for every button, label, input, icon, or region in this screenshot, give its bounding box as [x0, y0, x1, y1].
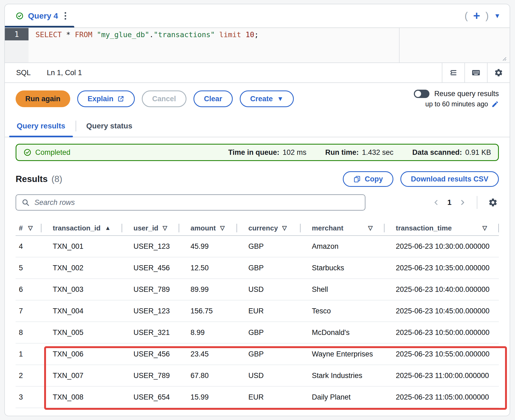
clear-button[interactable]: Clear [193, 90, 233, 107]
column-header-row-number[interactable]: #▽ [16, 221, 41, 235]
cell-merchant: Starbucks [301, 264, 385, 272]
explain-button[interactable]: Explain [77, 90, 135, 107]
results-title: Results [16, 174, 48, 184]
results-header: Results (8) Copy Download results CSV [16, 171, 499, 187]
tab-query-status[interactable]: Query status [79, 115, 140, 137]
table-row[interactable]: 4TXN_001USER_12345.99GBPAmazon2025-06-23… [16, 236, 499, 257]
results-table: #▽transaction_id▲user_id▽amount▽currency… [5, 221, 510, 408]
column-header-user_id[interactable]: user_id▽ [122, 221, 179, 235]
next-page-icon[interactable] [458, 198, 467, 207]
table-preferences-gear-icon[interactable] [487, 197, 499, 208]
column-header-currency[interactable]: currency▽ [237, 221, 301, 235]
column-label: currency [248, 224, 278, 232]
editor-settings-gear-icon[interactable] [487, 63, 510, 82]
cell-row-number: 3 [16, 393, 41, 401]
line-number: 1 [5, 28, 29, 40]
cell-amount: 89.99 [179, 285, 237, 294]
query-status-banner: Completed Time in queue:102 ms Run time:… [16, 144, 499, 161]
sql-token-keyword: FROM [75, 30, 92, 39]
sort-filter-icon[interactable]: ▽ [28, 225, 33, 232]
query-tab-label: Query 4 [28, 11, 58, 20]
table-row[interactable]: 7TXN_004USER_123156.75EURTesco2025-06-23… [16, 300, 499, 322]
sql-token-plain [241, 30, 245, 39]
keyboard-shortcuts-button[interactable] [464, 63, 487, 82]
cell-amount: 15.99 [179, 393, 237, 401]
cell-transaction_id: TXN_005 [41, 328, 122, 337]
column-header-amount[interactable]: amount▽ [179, 221, 237, 235]
column-header-transaction_id[interactable]: transaction_id▲ [41, 221, 122, 235]
cell-merchant: McDonald's [301, 328, 385, 337]
download-results-csv-button[interactable]: Download results CSV [400, 171, 499, 187]
sort-ascending-icon[interactable]: ▲ [105, 225, 111, 232]
current-page-number[interactable]: 1 [447, 198, 451, 207]
cell-amount: 23.45 [179, 350, 237, 358]
column-label: merchant [312, 224, 343, 232]
cell-amount: 8.99 [179, 328, 237, 337]
reuse-query-results-control: Reuse query results up to 60 minutes ago [414, 90, 499, 108]
cell-currency: USD [237, 285, 301, 294]
cell-user_id: USER_123 [122, 242, 179, 251]
table-row[interactable]: 5TXN_002USER_45612.50GBPStarbucks2025-06… [16, 257, 499, 279]
pagination: 1 [432, 196, 499, 209]
query-tab[interactable]: Query 4 [16, 11, 68, 21]
sort-filter-icon[interactable]: ▽ [163, 225, 167, 232]
cell-user_id: USER_321 [122, 328, 179, 337]
metric-data-scanned: Data scanned:0.91 KB [412, 148, 491, 157]
editor-language-label: SQL [16, 69, 31, 77]
table-header-row: #▽transaction_id▲user_id▽amount▽currency… [16, 221, 499, 236]
create-dropdown-button[interactable]: Create ▼ [240, 90, 294, 107]
new-tab-button[interactable]: + [472, 10, 482, 22]
cancel-button[interactable]: Cancel [142, 90, 187, 107]
editor-tab-bar: Query 4 ( + ) ▼ [5, 4, 510, 27]
sort-filter-icon[interactable]: ▽ [282, 225, 287, 232]
completed-check-icon [23, 148, 31, 156]
cell-row-number: 5 [16, 264, 41, 272]
tab-query-results[interactable]: Query results [9, 115, 73, 137]
sql-editor[interactable]: 1 SELECT * FROM "my_glue_db"."transactio… [5, 27, 510, 62]
sql-token-plain: ; [254, 30, 259, 39]
cell-transaction_id: TXN_001 [41, 242, 122, 251]
tab-list-dropdown-icon[interactable]: ▼ [494, 12, 500, 20]
edit-pencil-icon[interactable] [491, 100, 499, 108]
metric-run-time: Run time:1.432 sec [325, 148, 394, 157]
sort-filter-icon[interactable]: ▽ [368, 225, 373, 232]
format-query-button[interactable] [442, 63, 464, 82]
column-label: transaction_time [396, 224, 452, 232]
sql-token-plain [215, 30, 219, 39]
reuse-results-toggle[interactable] [414, 90, 429, 98]
cell-user_id: USER_654 [122, 393, 179, 401]
sql-code-line[interactable]: SELECT * FROM "my_glue_db"."transactions… [36, 29, 510, 40]
run-again-button[interactable]: Run again [16, 90, 70, 107]
tab-options-kebab-icon[interactable] [62, 11, 68, 21]
cell-user_id: USER_456 [122, 264, 179, 272]
search-rows-box[interactable] [16, 194, 365, 211]
cell-currency: USD [237, 372, 301, 380]
previous-page-icon[interactable] [432, 198, 441, 207]
column-label: user_id [133, 224, 158, 232]
editor-resize-grip-icon[interactable] [500, 55, 507, 61]
cell-currency: EUR [237, 393, 301, 401]
sql-token-plain [92, 30, 97, 39]
metric-time-in-queue: Time in queue:102 ms [228, 148, 306, 157]
search-rows-input[interactable] [34, 198, 359, 207]
table-row[interactable]: 2TXN_007USER_78967.80USDStark Industries… [16, 365, 499, 387]
cell-amount: 45.99 [179, 242, 237, 251]
reuse-results-label: Reuse query results [434, 90, 499, 98]
results-tab-bar: Query results Query status [5, 115, 510, 137]
column-header-merchant[interactable]: merchant▽ [301, 221, 385, 235]
sql-token-plain: . [149, 30, 154, 39]
cell-transaction_time: 2025-06-23 10:35:00.000000 [385, 264, 499, 272]
table-row[interactable]: 6TXN_003USER_78989.99USDShell2025-06-23 … [16, 279, 499, 300]
column-header-transaction_time[interactable]: transaction_time▽ [385, 221, 499, 235]
line-number-gutter: 1 [5, 28, 29, 62]
sort-filter-icon[interactable]: ▽ [220, 225, 225, 232]
cell-currency: GBP [237, 350, 301, 358]
cursor-position-label: Ln 1, Col 1 [47, 69, 82, 77]
copy-button[interactable]: Copy [343, 171, 393, 187]
cell-amount: 12.50 [179, 264, 237, 272]
table-row[interactable]: 1TXN_006USER_45623.45GBPWayne Enterprise… [16, 344, 499, 365]
table-row[interactable]: 8TXN_005USER_3218.99GBPMcDonald's2025-06… [16, 322, 499, 344]
table-row[interactable]: 3TXN_008USER_65415.99EURDaily Planet2025… [16, 387, 499, 408]
sort-filter-icon[interactable]: ▽ [482, 225, 487, 232]
query-success-check-icon [16, 12, 24, 20]
